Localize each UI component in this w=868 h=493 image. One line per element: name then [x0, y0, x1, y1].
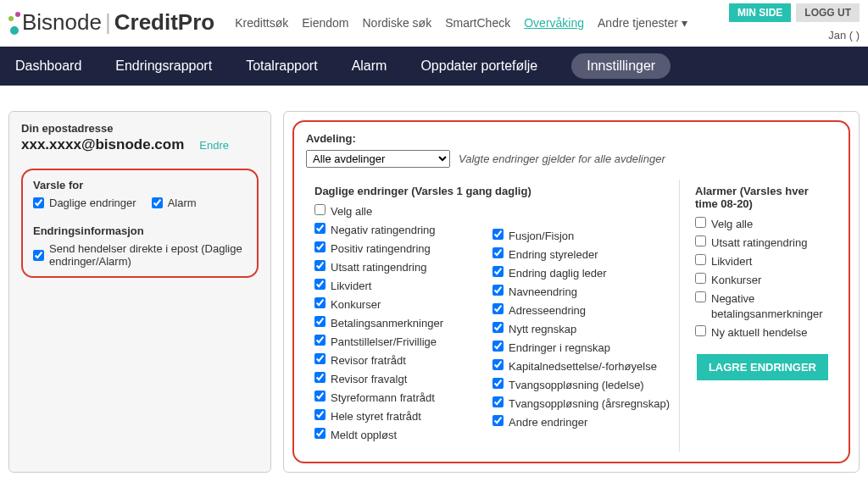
- nav-overvaking[interactable]: Overvåking: [524, 16, 584, 30]
- logo-separator: |: [105, 9, 111, 36]
- logo-dots-icon: [8, 10, 20, 36]
- daglige-c1-checkbox-1[interactable]: [314, 241, 326, 252]
- daglige-c1-label-6: Pantstillelser/Frivillige: [331, 335, 437, 350]
- nav-eiendom[interactable]: Eiendom: [302, 16, 348, 30]
- daglige-c2-checkbox-10[interactable]: [492, 415, 504, 426]
- alarmer-velg-alle-label: Velg alle: [711, 217, 753, 232]
- daglige-c2-checkbox-5[interactable]: [492, 322, 504, 333]
- alarm-label: Alarm: [168, 197, 197, 209]
- email-value: xxx.xxxx@bisnode.com: [21, 136, 184, 153]
- daglige-c2-checkbox-1[interactable]: [492, 247, 504, 258]
- avdeling-hint: Valgte endringer gjelder for alle avdeli…: [459, 152, 665, 165]
- daglige-heading: Daglige endringer (Varsles 1 gang daglig…: [314, 185, 476, 197]
- alarmer-label-3: Negative betalingsanmerkninger: [711, 291, 828, 322]
- subnav: Dashboard Endringsrapport Totalrapport A…: [0, 47, 868, 86]
- left-panel: Din epostadresse xxx.xxxx@bisnode.com En…: [8, 111, 271, 473]
- endringsinfo-heading: Endringsinformasjon: [33, 224, 247, 237]
- subnav-totalrapport[interactable]: Totalrapport: [246, 58, 318, 74]
- daglige-c1-checkbox-2[interactable]: [314, 260, 326, 271]
- daglige-c1-label-3: Likvidert: [331, 279, 371, 294]
- daglige-endringer-checkbox[interactable]: [33, 197, 44, 208]
- send-hendelser-label: Send hendelser direkte i epost (Daglige …: [49, 242, 247, 268]
- svg-point-0: [8, 16, 14, 21]
- main-nav: Kredittsøk Eiendom Nordiske søk SmartChe…: [235, 16, 687, 30]
- avdeling-label: Avdeling:: [306, 132, 837, 145]
- daglige-c2-label-2: Endring daglig leder: [509, 266, 607, 281]
- daglige-velg-alle-checkbox[interactable]: [314, 204, 326, 215]
- daglige-c2-label-1: Endring styreleder: [509, 247, 598, 263]
- lagre-endringer-button[interactable]: LAGRE ENDRINGER: [697, 354, 828, 380]
- daglige-c2-label-0: Fusjon/Fisjon: [509, 229, 574, 244]
- daglige-c2-checkbox-0[interactable]: [492, 229, 504, 240]
- nav-nordiske[interactable]: Nordiske søk: [362, 16, 431, 30]
- daglige-c1-checkbox-3[interactable]: [314, 279, 326, 290]
- daglige-endringer-label: Daglige endringer: [49, 197, 136, 209]
- logo-text-2: CreditPro: [114, 9, 214, 36]
- daglige-c1-checkbox-7[interactable]: [314, 353, 326, 364]
- daglige-c2-checkbox-7[interactable]: [492, 359, 504, 370]
- alarmer-heading: Alarmer (Varsles hver time 08-20): [695, 185, 828, 210]
- daglige-c2-label-8: Tvangsoppløsning (ledelse): [509, 378, 644, 393]
- daglige-c1-label-9: Styreformann fratrådt: [331, 391, 435, 406]
- daglige-c1-label-8: Revisor fravalgt: [331, 372, 407, 387]
- varsle-box: Varsle for Daglige endringer Alarm Endri…: [21, 169, 259, 278]
- subnav-oppdater[interactable]: Oppdater portefølje: [420, 58, 537, 74]
- alarmer-label-2: Konkurser: [711, 273, 761, 288]
- nav-smartcheck[interactable]: SmartCheck: [445, 16, 510, 30]
- min-side-button[interactable]: MIN SIDE: [729, 3, 791, 22]
- alarmer-checkbox-2[interactable]: [695, 273, 706, 284]
- daglige-c1-checkbox-4[interactable]: [314, 297, 326, 308]
- varsle-for-heading: Varsle for: [33, 179, 247, 191]
- daglige-c1-checkbox-8[interactable]: [314, 372, 326, 383]
- daglige-c2-checkbox-8[interactable]: [492, 378, 504, 389]
- send-hendelser-checkbox[interactable]: [33, 250, 44, 261]
- daglige-c1-label-10: Hele styret fratrådt: [331, 409, 421, 424]
- right-panel: Avdeling: Alle avdelinger Valgte endring…: [283, 111, 860, 473]
- daglige-c1-checkbox-9[interactable]: [314, 391, 326, 402]
- user-label: Jan ( ): [729, 29, 860, 42]
- daglige-c1-checkbox-6[interactable]: [314, 335, 326, 346]
- daglige-c2-checkbox-6[interactable]: [492, 341, 504, 352]
- subnav-endringsrapport[interactable]: Endringsrapport: [115, 58, 212, 74]
- daglige-c1-checkbox-10[interactable]: [314, 409, 326, 420]
- svg-point-1: [15, 12, 20, 17]
- daglige-c1-label-7: Revisor fratrådt: [331, 353, 406, 368]
- daglige-c2-checkbox-9[interactable]: [492, 396, 504, 407]
- daglige-c2-label-10: Andre endringer: [509, 415, 587, 430]
- alarmer-checkbox-1[interactable]: [695, 254, 706, 265]
- daglige-c1-checkbox-5[interactable]: [314, 316, 326, 327]
- daglige-c1-checkbox-11[interactable]: [314, 428, 326, 439]
- daglige-c2-checkbox-2[interactable]: [492, 266, 504, 277]
- logg-ut-button[interactable]: LOGG UT: [796, 3, 860, 22]
- alarmer-label-4: Ny aktuell hendelse: [711, 325, 807, 341]
- nav-andre[interactable]: Andre tjenester ▾: [598, 16, 687, 30]
- daglige-velg-alle-label: Velg alle: [331, 204, 372, 219]
- daglige-c2-checkbox-3[interactable]: [492, 285, 504, 296]
- avdeling-select[interactable]: Alle avdelinger: [306, 150, 450, 168]
- alarm-checkbox[interactable]: [152, 197, 163, 208]
- logo[interactable]: Bisnode | CreditPro: [8, 9, 214, 36]
- alarmer-checkbox-4[interactable]: [695, 325, 706, 336]
- alarmer-col: Alarmer (Varsles hver time 08-20) Velg a…: [679, 180, 837, 451]
- daglige-c2-label-9: Tvangsoppløsning (årsregnskap): [509, 396, 670, 412]
- svg-point-2: [10, 26, 19, 35]
- daglige-col-1: Daglige endringer (Varsles 1 gang daglig…: [306, 180, 484, 451]
- subnav-dashboard[interactable]: Dashboard: [15, 58, 81, 74]
- daglige-c1-label-0: Negativ ratingendring: [331, 223, 436, 238]
- nav-kredittsok[interactable]: Kredittsøk: [235, 16, 288, 30]
- daglige-c1-label-4: Konkurser: [331, 297, 381, 313]
- alarmer-checkbox-0[interactable]: [695, 235, 706, 246]
- daglige-c2-checkbox-4[interactable]: [492, 303, 504, 314]
- alarmer-checkbox-3[interactable]: [695, 291, 706, 302]
- daglige-c1-checkbox-0[interactable]: [314, 223, 326, 234]
- email-label: Din epostadresse: [21, 122, 259, 135]
- topbar: Bisnode | CreditPro Kredittsøk Eiendom N…: [0, 0, 868, 42]
- daglige-c2-label-5: Nytt regnskap: [509, 322, 576, 337]
- alarmer-velg-alle-checkbox[interactable]: [695, 217, 706, 228]
- endringer-box: Avdeling: Alle avdelinger Valgte endring…: [292, 120, 850, 463]
- subnav-alarm[interactable]: Alarm: [352, 58, 387, 74]
- subnav-innstillinger[interactable]: Innstillinger: [571, 53, 670, 79]
- daglige-c2-label-6: Endringer i regnskap: [509, 341, 610, 356]
- endre-link[interactable]: Endre: [199, 139, 229, 152]
- daglige-col-2: Fusjon/FisjonEndring styrelederEndring d…: [484, 180, 679, 451]
